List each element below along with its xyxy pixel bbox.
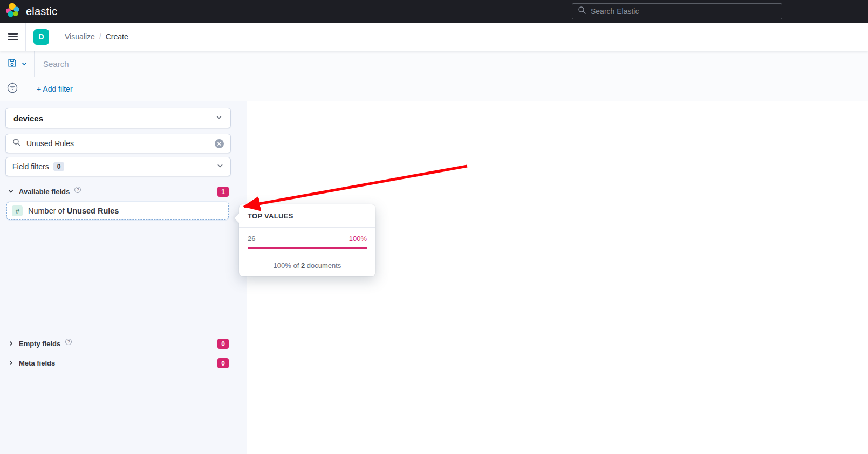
global-search-input[interactable] [591, 7, 776, 16]
empty-fields-count-badge: 0 [217, 339, 229, 349]
top-values-footer: 100% of 2 documents [239, 256, 375, 276]
brand-label: elastic [26, 5, 57, 18]
info-icon: ? [74, 187, 81, 193]
save-query-button[interactable] [0, 51, 35, 77]
available-fields-label: Available fields [19, 188, 70, 196]
meta-fields-count-badge: 0 [217, 358, 229, 368]
field-item-number-of-unused-rules[interactable]: # Number of Unused Rules [6, 202, 229, 220]
field-list-sidebar: devices Field filters 0 [0, 101, 247, 454]
meta-fields-header[interactable]: Meta fields 0 [8, 358, 229, 368]
elastic-brand[interactable]: elastic [0, 2, 57, 20]
clear-search-icon[interactable] [215, 139, 224, 148]
info-icon: ? [65, 339, 72, 345]
chevron-right-icon [8, 339, 14, 349]
add-filter-link[interactable]: + Add filter [37, 85, 73, 93]
data-view-name: devices [13, 114, 43, 123]
save-icon [8, 58, 17, 70]
field-filters-label: Field filters [12, 162, 49, 171]
top-values-body: 26 100% [239, 228, 375, 256]
query-input-wrap [35, 51, 868, 77]
field-item-label: Number of Unused Rules [28, 207, 119, 215]
top-value-percent: 100% [349, 235, 367, 243]
top-value[interactable]: 26 [248, 235, 255, 243]
hamburger-icon [8, 31, 18, 42]
data-view-picker[interactable]: devices [5, 108, 231, 128]
meta-fields-label: Meta fields [19, 359, 55, 367]
query-search-input[interactable] [35, 51, 868, 77]
field-search-box[interactable] [5, 134, 231, 153]
nav-bar: D Visualize / Create [0, 23, 868, 51]
breadcrumb: Visualize / Create [57, 28, 128, 45]
workspace-panel [247, 101, 868, 454]
top-values-title: TOP VALUES [239, 204, 375, 227]
space-avatar[interactable]: D [33, 29, 49, 45]
search-icon [578, 6, 586, 17]
menu-button[interactable] [0, 23, 26, 51]
field-filters-count-badge: 0 [53, 162, 65, 171]
available-fields-count-badge: 1 [217, 187, 229, 197]
empty-fields-label: Empty fields [19, 340, 60, 348]
available-fields-header[interactable]: Available fields ? 1 [8, 187, 229, 197]
field-filters-accordion[interactable]: Field filters 0 [5, 157, 231, 176]
filter-dash: — [24, 85, 31, 93]
chevron-down-icon [216, 162, 224, 171]
number-field-token-icon: # [12, 205, 23, 216]
breadcrumb-visualize[interactable]: Visualize [65, 32, 95, 41]
search-icon [12, 138, 21, 149]
breadcrumb-create: Create [106, 32, 128, 41]
top-value-bar [248, 247, 367, 249]
chevron-right-icon [8, 359, 14, 368]
filter-bar: — + Add filter [0, 77, 868, 101]
global-search-box[interactable] [572, 3, 782, 19]
field-search-input[interactable] [26, 139, 209, 148]
breadcrumb-separator: / [99, 32, 101, 41]
top-values-popover: TOP VALUES 26 100% 100% of 2 documents [239, 204, 375, 276]
chevron-down-icon [8, 187, 14, 197]
global-header: elastic [0, 0, 868, 23]
empty-fields-header[interactable]: Empty fields ? 0 [8, 339, 229, 349]
filter-circle-icon[interactable] [6, 82, 18, 96]
elastic-logo-icon [5, 2, 21, 20]
chevron-down-icon [215, 113, 223, 123]
query-bar [0, 51, 868, 77]
chevron-down-icon [21, 59, 28, 69]
